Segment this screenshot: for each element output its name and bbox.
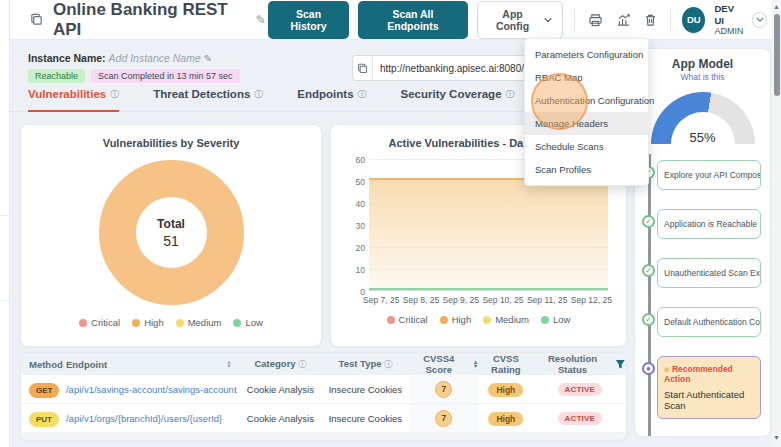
info-icon: ⓘ [110, 88, 119, 101]
legend-low[interactable]: Low [541, 314, 570, 325]
cvss-rating-badge: High [488, 383, 523, 397]
info-icon: ⓘ [358, 88, 367, 101]
checklist-item[interactable]: ✓ Application is Reachable [657, 209, 770, 239]
checklist-item[interactable]: ✓ Explore your API Composition [657, 160, 770, 190]
table-row-partial [21, 433, 626, 441]
app-config-dropdown-button[interactable]: App Config [477, 1, 564, 39]
legend-high[interactable]: High [132, 317, 164, 328]
menu-item-schedule-scans[interactable]: Schedule Scans [525, 135, 648, 158]
legend-critical[interactable]: Critical [387, 314, 428, 325]
col-endpoint[interactable]: Endpoint▲▼ [66, 359, 240, 370]
sort-icon[interactable]: ▲▼ [226, 360, 231, 368]
recommended-icon: ⊕ [664, 366, 670, 373]
method-badge: GET [29, 383, 59, 398]
donut-chart-title: Vulnerabilities by Severity [31, 137, 311, 149]
tab-security-coverage[interactable]: Security Coverageⓘ [401, 88, 515, 111]
divider [574, 9, 575, 31]
high-dot-icon [132, 319, 140, 327]
info-icon: ⓘ [384, 360, 392, 369]
trash-icon[interactable] [642, 11, 659, 29]
donut-total-value: 51 [163, 233, 179, 249]
category-cell: Cookie Analysis [240, 384, 321, 395]
progress-checklist: ✓ Explore your API Composition ✓ Applica… [635, 160, 770, 437]
cvss-rating-badge: High [488, 412, 523, 426]
table-row[interactable]: GET /api/v1/savings-account/savings-acco… [21, 375, 626, 404]
menu-item-scan-profiles[interactable]: Scan Profiles [525, 158, 648, 181]
edit-instance-icon[interactable]: ✎ [204, 53, 212, 64]
start-authenticated-scan[interactable]: Start Authenticated Scan [664, 389, 754, 411]
scan-all-endpoints-button[interactable]: Scan All Endpoints [358, 1, 467, 39]
avatar[interactable]: DU [682, 7, 705, 33]
table-row[interactable]: PUT /api/v1/orgs/{branchId}/users/{userI… [21, 404, 626, 433]
category-cell: Cookie Analysis [240, 413, 321, 424]
app-model-gauge: 55% [651, 92, 755, 144]
severity-donut-chart[interactable]: Total 51 [99, 160, 244, 305]
scroll-up-icon[interactable]: ▲ [772, 3, 781, 10]
legend-medium[interactable]: Medium [176, 317, 222, 328]
edit-title-icon[interactable]: ✎ [254, 11, 268, 29]
filter-icon[interactable] [615, 359, 626, 370]
metrics-icon[interactable] [614, 11, 633, 29]
app-config-label: App Config [488, 8, 538, 32]
printer-icon[interactable] [586, 11, 605, 29]
checklist-item[interactable]: ✓ Unauthenticated Scan Exe... [657, 258, 770, 288]
top-header: Online Banking REST API ✎ Scan History S… [10, 0, 781, 40]
target-url: http://netbanking.apisec.ai:8080/ [373, 63, 531, 74]
click-highlight-annotation [531, 73, 588, 130]
divider [670, 9, 671, 31]
copy-url-icon[interactable] [353, 56, 373, 80]
high-series-area [369, 178, 608, 290]
reachable-badge: Reachable [28, 69, 85, 83]
legend-critical[interactable]: Critical [79, 317, 120, 328]
copy-icon[interactable] [28, 11, 45, 28]
x-axis-labels: Sep 7, 25Sep 8, 25Sep 9, 25Sep 10, 25Sep… [363, 295, 612, 305]
info-icon: ⓘ [506, 88, 515, 101]
instance-info: Instance Name: Add Instance Name ✎ Reach… [28, 52, 240, 83]
critical-dot-icon [387, 316, 395, 324]
col-method: Method [21, 359, 66, 370]
instance-name-placeholder[interactable]: Add Instance Name [109, 52, 201, 64]
low-dot-icon [233, 319, 241, 327]
medium-dot-icon [176, 319, 184, 327]
cvss4-score-badge: 7 [435, 410, 452, 427]
left-sidebar-rail[interactable] [0, 0, 10, 447]
info-icon: ⓘ [298, 360, 306, 369]
tab-threat-detections[interactable]: Threat Detectionsⓘ [153, 88, 263, 111]
info-icon: ⓘ [254, 88, 263, 101]
vulnerabilities-table: Method Endpoint▲▼ Category ⓘ Test Type ⓘ… [20, 352, 627, 441]
endpoint-link[interactable]: /api/v1/savings-account/savings-account [66, 384, 237, 395]
page-scrollbar[interactable]: ▲ ▼ [772, 0, 781, 447]
endpoint-link[interactable]: /api/v1/orgs/{branchId}/users/{userId} [66, 413, 222, 424]
col-test-type: Test Type ⓘ [321, 358, 410, 370]
high-dot-icon [440, 316, 448, 324]
critical-dot-icon [79, 319, 87, 327]
status-badge: ACTIVE [558, 383, 603, 396]
tab-endpoints[interactable]: Endpointsⓘ [297, 88, 366, 111]
scan-history-button[interactable]: Scan History [268, 1, 349, 39]
col-cvss4-score[interactable]: CVSS4 Score▲▼ [410, 353, 478, 375]
recommended-action-item[interactable]: ● ⊕Recommended Action Start Authenticate… [657, 356, 770, 419]
medium-dot-icon [483, 316, 491, 324]
cvss4-score-badge: 7 [435, 381, 452, 398]
scroll-down-icon[interactable]: ▼ [772, 434, 781, 441]
line-legend: Critical High Medium Low [345, 314, 612, 325]
tab-vulnerabilities[interactable]: Vulnerabilitiesⓘ [28, 88, 119, 112]
checklist-item[interactable]: ✓ Default Authentication Conf... [657, 307, 770, 337]
vulnerabilities-by-severity-card: Vulnerabilities by Severity Total 51 Cri… [20, 124, 322, 347]
menu-item-parameters-configuration[interactable]: Parameters Configuration [525, 43, 648, 66]
status-badge: ACTIVE [558, 412, 603, 425]
legend-high[interactable]: High [440, 314, 472, 325]
legend-medium[interactable]: Medium [483, 314, 529, 325]
donut-legend: Critical High Medium Low [31, 317, 311, 328]
test-type-cell: Insecure Cookies [321, 413, 410, 424]
test-type-cell: Insecure Cookies [321, 384, 410, 395]
check-icon: ✓ [642, 215, 655, 228]
scrollbar-thumb[interactable] [774, 14, 780, 96]
legend-low[interactable]: Low [233, 317, 262, 328]
target-url-bar: http://netbanking.apisec.ai:8080/ [352, 55, 532, 81]
method-badge: PUT [29, 412, 59, 427]
app-model-panel: App Model What is this 55% ✓ Explore you… [634, 48, 771, 437]
user-menu-chevron[interactable] [752, 12, 767, 28]
what-is-this-link[interactable]: What is this [635, 72, 770, 82]
action-marker-icon: ● [642, 362, 655, 375]
